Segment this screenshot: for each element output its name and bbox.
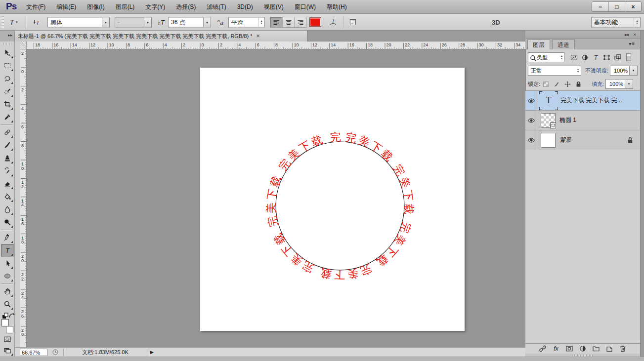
quick-mask-button[interactable] [1, 334, 14, 345]
menu-帮助(H)[interactable]: 帮助(H) [321, 0, 352, 14]
new-layer-button[interactable] [605, 345, 613, 353]
close-button[interactable]: × [625, 2, 641, 11]
lock-paint-button[interactable] [551, 79, 562, 89]
history-brush-tool[interactable] [1, 164, 14, 177]
char-panel-button[interactable] [347, 17, 359, 28]
blur-tool[interactable] [1, 203, 14, 216]
dock-edge[interactable] [640, 31, 644, 357]
layer-name[interactable]: 完美下载 完美下载 完... [560, 96, 622, 105]
quick-selection-tool[interactable] [1, 85, 14, 98]
dock-close-icon[interactable]: × [634, 32, 636, 37]
menu-文字(Y)[interactable]: 文字(Y) [140, 0, 171, 14]
vertical-ruler[interactable]: 20246810121416182022242628 [20, 49, 27, 347]
add-mask-button[interactable] [565, 345, 573, 353]
text-orientation-button[interactable]: T [31, 17, 43, 28]
collapse-panels-icon[interactable]: ◂◂ [624, 32, 629, 37]
pen-tool[interactable] [1, 231, 14, 244]
layer-thumbnail-text[interactable]: T [541, 93, 557, 109]
menu-图像(I)[interactable]: 图像(I) [82, 0, 110, 14]
fill-field[interactable]: 100% [605, 79, 625, 89]
document-tab[interactable]: 未标题-1 @ 66.7% (完美下载 完美下载 完美下载 完美下载 完美下载 … [15, 31, 307, 41]
lock-all-button[interactable] [573, 79, 584, 89]
filter-shape-layers-button[interactable] [601, 52, 612, 62]
filter-type-select[interactable]: 类型 ▴▾ [528, 52, 564, 62]
fill-label[interactable]: 填充: [592, 80, 604, 88]
panel-menu-icon[interactable]: ▾≡ [629, 41, 635, 46]
layer-style-button[interactable]: fx [552, 345, 560, 353]
visibility-toggle[interactable] [525, 91, 537, 110]
layer-name[interactable]: 椭圆 1 [559, 116, 576, 124]
font-size-select[interactable]: 36 点▾ [168, 17, 211, 27]
delete-layer-button[interactable] [619, 345, 627, 353]
spot-healing-tool[interactable] [1, 126, 14, 139]
anti-alias-select[interactable]: 平滑▴▾ [228, 17, 265, 27]
menu-视图(V)[interactable]: 视图(V) [258, 0, 289, 14]
fill-dropdown[interactable]: ▾ [625, 79, 633, 89]
foreground-background-swatches[interactable] [1, 319, 14, 333]
menu-3D(D)[interactable]: 3D(D) [232, 0, 258, 14]
layer-thumbnail-shape[interactable] [541, 113, 556, 128]
tab-close-icon[interactable]: × [255, 33, 260, 40]
horizontal-ruler[interactable]: 1816141210864202468101214161820222426283… [27, 41, 525, 49]
status-arrow-icon[interactable]: ▶ [150, 350, 154, 355]
path-text[interactable]: 完美下载 完美下载 完美下载 完美下载 完美下载 完美下载 完美下载 完美下载 [200, 68, 415, 281]
menu-窗口(W)[interactable]: 窗口(W) [289, 0, 321, 14]
align-left-button[interactable] [270, 17, 282, 27]
document-canvas[interactable]: 完美下载 完美下载 完美下载 完美下载 完美下载 完美下载 完美下载 完美下载 [200, 68, 465, 331]
canvas-viewport[interactable]: 完美下载 完美下载 完美下载 完美下载 完美下载 完美下载 完美下载 完美下载 [27, 49, 525, 347]
menu-选择(S)[interactable]: 选择(S) [171, 0, 201, 14]
workspace-select[interactable]: 基本功能▴▾ [591, 17, 641, 27]
tab-channels[interactable]: 通道 [552, 40, 575, 49]
rect-marquee-tool[interactable] [1, 59, 14, 72]
ellipse-tool[interactable] [1, 270, 14, 282]
brush-tool[interactable] [1, 139, 14, 152]
maximize-button[interactable]: □ [608, 2, 625, 11]
zoom-level-field[interactable]: 66.67% [20, 349, 47, 356]
screen-mode-button[interactable] [1, 345, 14, 357]
clone-stamp-tool[interactable] [1, 152, 14, 164]
tab-layers[interactable]: 图层 [527, 40, 550, 49]
filter-toggle-switch[interactable] [625, 53, 633, 61]
blend-mode-select[interactable]: 正常 ▴▾ [528, 66, 581, 76]
ruler-corner[interactable] [20, 41, 27, 49]
hand-tool[interactable] [1, 285, 14, 298]
eraser-tool[interactable] [1, 177, 14, 190]
crop-tool[interactable] [1, 98, 14, 111]
menu-文件(F)[interactable]: 文件(F) [21, 0, 51, 14]
move-tool[interactable] [1, 46, 14, 59]
lasso-tool[interactable] [1, 72, 14, 85]
path-selection-tool[interactable] [1, 257, 14, 270]
lock-move-button[interactable] [562, 79, 573, 89]
paint-bucket-tool[interactable] [1, 190, 14, 203]
warp-text-button[interactable]: T [327, 17, 339, 28]
menu-编辑(E)[interactable]: 编辑(E) [51, 0, 82, 14]
filter-type-layers-button[interactable]: T [590, 52, 601, 62]
opacity-label[interactable]: 不透明度: [585, 67, 608, 75]
live-preview-icon[interactable] [51, 348, 59, 356]
layer-row-text[interactable]: T 完美下载 完美下载 完... [525, 91, 640, 111]
zoom-tool[interactable] [1, 298, 14, 311]
toolbar-collapse[interactable]: ▸▸ [0, 31, 15, 41]
foreground-color-swatch[interactable] [1, 319, 9, 326]
layer-row-background[interactable]: 背景 [525, 130, 640, 150]
visibility-toggle[interactable] [525, 130, 537, 150]
opacity-field[interactable]: 100% [610, 66, 630, 76]
minimize-button[interactable]: − [592, 2, 608, 11]
filter-adjustment-layers-button[interactable] [579, 52, 590, 62]
layer-row-ellipse[interactable]: 椭圆 1 [525, 111, 640, 130]
eyedropper-tool[interactable] [1, 111, 14, 123]
background-color-swatch[interactable] [6, 326, 13, 333]
menu-图层(L)[interactable]: 图层(L) [110, 0, 140, 14]
filter-pixel-layers-button[interactable] [568, 52, 579, 62]
font-style-select[interactable]: -▾ [115, 17, 152, 27]
menu-滤镜(T)[interactable]: 滤镜(T) [201, 0, 231, 14]
font-family-select[interactable]: 黑体▾ [47, 17, 110, 27]
type-tool-preset[interactable]: T ▾ [7, 17, 19, 28]
layer-thumbnail-background[interactable] [541, 133, 556, 148]
visibility-toggle[interactable] [525, 111, 537, 130]
align-right-button[interactable] [294, 17, 306, 27]
dodge-tool[interactable] [1, 216, 14, 229]
filter-smart-objects-button[interactable] [612, 52, 623, 62]
layer-name[interactable]: 背景 [559, 136, 571, 144]
lock-transparent-button[interactable] [540, 79, 551, 89]
